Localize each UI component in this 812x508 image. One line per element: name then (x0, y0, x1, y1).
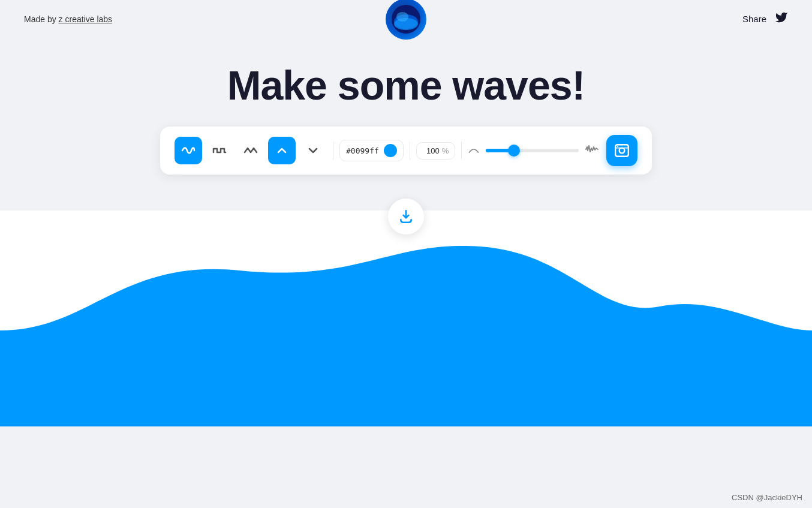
toolbar: #0099ff 100 % (160, 127, 652, 175)
opacity-field[interactable]: 100 % (416, 142, 456, 160)
download-btn-container (388, 199, 424, 235)
wave-direction-up-button[interactable] (268, 137, 296, 164)
brand-link[interactable]: z creative labs (59, 14, 112, 24)
wave-svg-container (0, 211, 812, 426)
svg-point-6 (619, 148, 625, 154)
title-section: Make some waves! (0, 38, 812, 127)
divider-1 (333, 142, 333, 160)
wave-svg (0, 211, 812, 426)
divider-2 (410, 142, 410, 160)
color-dot (384, 144, 397, 157)
made-by-label: Made by z creative labs (24, 14, 112, 24)
slider-section (468, 142, 599, 160)
opacity-value: 100 (423, 146, 440, 155)
svg-point-4 (396, 12, 408, 22)
app-header: Made by z creative labs Share (0, 0, 812, 38)
app-logo (386, 0, 426, 40)
wave-preview-area (0, 199, 812, 426)
download-button[interactable] (388, 199, 424, 235)
logo-svg (392, 5, 420, 34)
wave-type-square-button[interactable] (206, 137, 233, 164)
watermark: CSDN @JackieDYH (732, 493, 802, 502)
slider-thumb (508, 145, 520, 157)
color-hex-value: #0099ff (346, 146, 379, 155)
twitter-icon[interactable] (775, 11, 788, 27)
toolbar-container: #0099ff 100 % (0, 127, 812, 175)
share-label[interactable]: Share (742, 14, 766, 24)
logo-container (386, 0, 426, 40)
divider-3 (461, 142, 462, 160)
wave-type-triangle-button[interactable] (237, 137, 264, 164)
svg-point-7 (617, 146, 618, 147)
slider-max-icon (585, 142, 599, 160)
screenshot-button[interactable] (606, 135, 637, 166)
amplitude-slider[interactable] (486, 149, 579, 152)
header-right: Share (742, 11, 788, 27)
opacity-percent: % (442, 146, 449, 155)
page-title: Make some waves! (12, 62, 800, 109)
wave-direction-down-button[interactable] (299, 137, 327, 164)
wave-type-sine-button[interactable] (175, 137, 202, 164)
slider-min-icon (468, 143, 480, 158)
color-picker[interactable]: #0099ff (339, 140, 404, 161)
